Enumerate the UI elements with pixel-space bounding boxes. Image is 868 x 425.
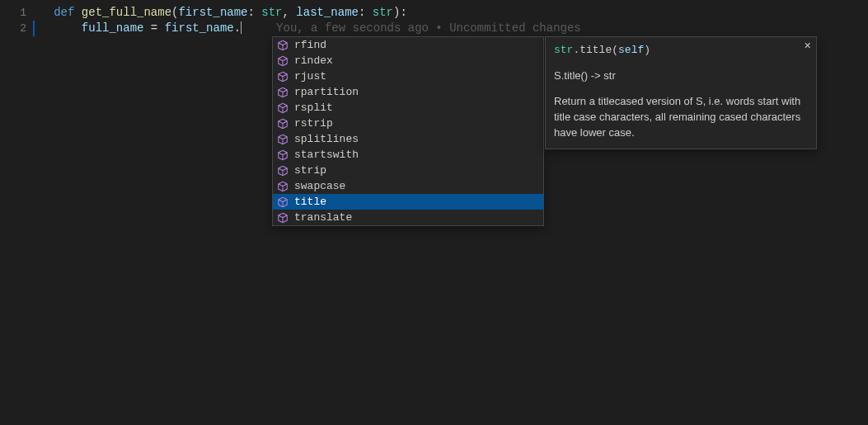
method-icon	[276, 54, 289, 68]
comma: ,	[283, 6, 289, 19]
autocomplete-item[interactable]: rjust	[273, 68, 543, 84]
doc-description: Return a titlecased version of S, i.e. w…	[554, 93, 808, 140]
autocomplete-popup[interactable]: rfindrindexrjustrpartitionrsplitrstripsp…	[272, 36, 544, 226]
autocomplete-item[interactable]: rindex	[273, 53, 543, 68]
doc-signature: str.title(self)	[554, 42, 808, 58]
gutter-line-2: 2	[0, 21, 26, 36]
autocomplete-item[interactable]: startswith	[273, 147, 543, 163]
indent	[54, 21, 82, 35]
autocomplete-item[interactable]: rfind	[273, 37, 543, 53]
method-icon	[276, 133, 289, 146]
sig-self: self	[618, 44, 644, 56]
autocomplete-item[interactable]: rsplit	[273, 100, 543, 116]
autocomplete-label: translate	[294, 210, 352, 225]
autocomplete-label: rjust	[294, 68, 326, 84]
sig-name: title	[579, 44, 612, 56]
type-str: str	[261, 6, 282, 19]
code-line-1[interactable]: def get_full_name(first_name: str, last_…	[33, 5, 868, 21]
autocomplete-label: strip	[294, 163, 326, 178]
method-icon	[276, 39, 289, 52]
method-icon	[276, 149, 289, 162]
type-str: str	[373, 6, 393, 19]
autocomplete-label: title	[294, 194, 326, 210]
method-icon	[276, 164, 289, 177]
doc-short: S.title() -> str	[554, 68, 808, 83]
git-lens-gap	[242, 21, 276, 35]
colon: :	[359, 6, 365, 19]
code-line-2[interactable]: full_name = first_name. You, a few secon…	[33, 21, 868, 36]
sig-paren-open: (	[612, 44, 618, 56]
assign: =	[143, 21, 164, 35]
sig-paren-close: )	[644, 44, 650, 56]
autocomplete-item[interactable]: strip	[273, 163, 543, 178]
method-icon	[276, 102, 289, 115]
sig-type: str	[554, 44, 573, 56]
method-icon	[276, 180, 289, 193]
line-gutter: 1 2	[0, 0, 33, 425]
param-last-name: last_name	[296, 6, 359, 19]
code-editor[interactable]: 1 2 def get_full_name(first_name: str, l…	[0, 0, 868, 425]
expr-first-name: first_name	[165, 21, 234, 35]
fn-name: get_full_name	[82, 6, 171, 19]
autocomplete-label: rstrip	[294, 116, 333, 131]
autocomplete-item[interactable]: rstrip	[273, 116, 543, 131]
autocomplete-label: splitlines	[294, 131, 359, 147]
autocomplete-item[interactable]: swapcase	[273, 178, 543, 194]
autocomplete-item[interactable]: translate	[273, 210, 543, 225]
autocomplete-item[interactable]: rpartition	[273, 84, 543, 100]
gutter-line-1: 1	[0, 5, 26, 21]
method-icon	[276, 86, 289, 99]
method-icon	[276, 70, 289, 83]
param-first-name: first_name	[178, 6, 247, 19]
dot: .	[234, 21, 241, 35]
autocomplete-item[interactable]: splitlines	[273, 131, 543, 147]
autocomplete-label: rsplit	[294, 100, 333, 116]
git-lens-annotation: You, a few seconds ago • Uncommitted cha…	[276, 21, 581, 35]
active-line-indicator	[33, 21, 35, 36]
autocomplete-label: rpartition	[294, 84, 359, 100]
colon: :	[247, 6, 254, 19]
method-icon	[276, 211, 289, 224]
kw-def: def	[54, 6, 74, 19]
method-icon	[276, 117, 289, 130]
autocomplete-label: startswith	[294, 147, 359, 163]
autocomplete-item[interactable]: title	[273, 194, 543, 210]
autocomplete-label: rindex	[294, 53, 333, 68]
close-icon[interactable]: ×	[805, 40, 811, 52]
code-area[interactable]: def get_full_name(first_name: str, last_…	[33, 0, 868, 425]
documentation-popup: × str.title(self) S.title() -> str Retur…	[545, 36, 817, 149]
autocomplete-label: swapcase	[294, 178, 345, 194]
colon-end: :	[400, 6, 406, 19]
var-full-name: full_name	[82, 21, 144, 35]
autocomplete-label: rfind	[294, 37, 326, 53]
method-icon	[276, 196, 289, 209]
